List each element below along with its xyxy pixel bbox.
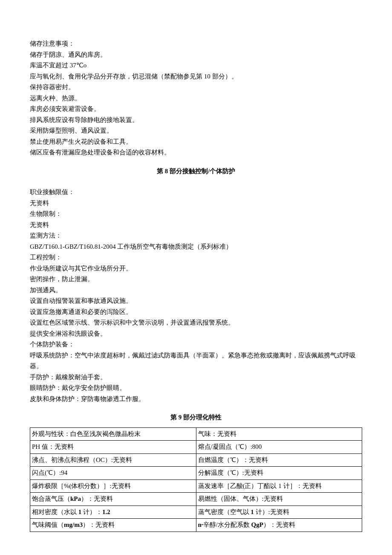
storage-line-3: 应与氧化剂、食用化学品分开存放，切忌混储（禁配物参见第 10 部分）。 [30, 71, 362, 82]
cell-relative-density: 相对密度（水以 1 计）：1.2 [30, 506, 196, 519]
text: :94 [59, 469, 67, 476]
storage-line-7: 排风系统应设有导除静电的接地装置。 [30, 115, 362, 126]
s8-line-6: GBZ/T160.1-GBZ/T160.81-2004 工作场所空气有毒物质测定… [30, 241, 362, 253]
cell-vapor-density: 蒸气密度（空气以 1 计）:无资料 [196, 506, 362, 519]
cell-ph: PH 值：无资料 [30, 441, 196, 454]
text: 1 [251, 509, 254, 515]
storage-heading: 储存注意事项： [30, 38, 362, 49]
text: 熔点/凝固点（℃） [198, 443, 251, 450]
cell-melting-point: 熔点/凝固点（℃）:800 [196, 441, 362, 454]
text: 值：无资料 [40, 443, 74, 450]
storage-line-2: 库温不宜超过 37℃o [30, 60, 362, 71]
cell-partition-coeff: n·辛醇/水分配系数 QgP）：无资料 [196, 519, 362, 532]
text: 应与氧化剂、食用化学品分开存放，切忌混储（禁配物参见第 [30, 73, 204, 80]
s8-line-1: 职业接触限值： [30, 187, 362, 198]
text: 库温不宜超过 [30, 62, 70, 69]
text: 部分理化特性 [182, 414, 222, 421]
text: 沸点、初沸点和沸程（ [32, 456, 96, 463]
storage-line-8: 采用防爆型照明、通风设置。 [30, 125, 362, 137]
text: :800 [251, 443, 262, 450]
text: ）:无资料 [105, 456, 132, 463]
section-9-title: 第 9 部分理化特性 [30, 412, 362, 423]
text: PH [32, 443, 40, 450]
s8-line-4: 无资料 [30, 220, 362, 231]
text: 计）： [81, 509, 102, 515]
s8-line-5: 监测方法： [30, 230, 362, 241]
text: 饱合蒸气压（ [32, 495, 70, 502]
s8-line-17: 手防护：戴橡胶耐油手套。 [30, 372, 362, 383]
text: GBZ/T160.1-GBZ/T160.81-2004 [30, 243, 116, 250]
table-row: 饱合蒸气压（kPa）：无资料 易燃性（固体、气体）:无资料 [30, 493, 362, 506]
text: mg/m3 [64, 521, 83, 528]
text: 37℃o [70, 62, 87, 69]
storage-line-6: 库房必须安装避雷设备。 [30, 104, 362, 115]
spacer [30, 181, 362, 187]
section-8-title: 第 8 部分接触控制/个体防护 [30, 166, 362, 177]
storage-line-1: 储存于阴凉、通风的库房。 [30, 49, 362, 61]
s8-line-2: 无资料 [30, 198, 362, 209]
storage-line-9: 禁止使用易产生火花的设备和工具。 [30, 137, 362, 148]
cell-appearance: 外观与性状：白色至浅灰褐色微晶粉末 [30, 427, 196, 441]
text: 闪点(℃） [32, 469, 59, 476]
s8-line-9: 密闭操作，防止泄漏。 [30, 274, 362, 285]
cell-odor-threshold: 气味阈值（mg/m3）：无资料 [30, 519, 196, 532]
storage-line-10: 储区应备有泄漏应急处理设备和合适的收容材料。 [30, 147, 362, 158]
s8-line-13: 设置红色区域警示线、警示标识和中文警示说明，并设置通讯报警系统。 [30, 317, 362, 328]
text: 工作场所空气有毒物质测定（系列标准） [116, 243, 233, 250]
text: QgP [251, 521, 263, 528]
text: 第 [170, 414, 179, 421]
cell-boiling-point: 沸点、初沸点和沸程（OC）:无资料 [30, 453, 196, 467]
text: 1.2 [102, 509, 110, 515]
text: OC [96, 456, 105, 463]
text: 部分接触控制/个体防护 [168, 168, 235, 174]
text: n· [198, 521, 203, 528]
text: 爆炸极限［ [32, 482, 64, 489]
table-row: PH 值：无资料 熔点/凝固点（℃）:800 [30, 441, 362, 454]
table-row: 相对密度（水以 1 计）：1.2 蒸气密度（空气以 1 计）:无资料 [30, 506, 362, 519]
text: 部分）。 [210, 73, 238, 80]
s8-line-8: 作业场所建议与其它作业场所分开。 [30, 263, 362, 274]
s8-line-18: 眼睛防护：戴化学安全防护眼睛。 [30, 383, 362, 394]
properties-table: 外观与性状：白色至浅灰褐色微晶粉末 气味：无资料 PH 值：无资料 熔点/凝固点… [30, 427, 362, 532]
cell-autoignition: 自燃温度（℃）：无资料 [196, 453, 362, 467]
cell-vapor-pressure: 饱合蒸气压（kPa）：无资料 [30, 493, 196, 506]
table-row: 爆炸极限［%(体积分数）］:无资料 蒸发速率［乙酸(正）丁酯以 1 计］：无资料 [30, 479, 362, 493]
text: % [64, 482, 69, 489]
text: ）：无资料 [263, 521, 295, 528]
s8-line-7: 工程控制： [30, 252, 362, 263]
s8-line-3: 生物限制： [30, 209, 362, 220]
text: ）：无资料 [81, 495, 113, 502]
text: 计）:无资料 [254, 509, 289, 515]
s8-line-11: 设置自动报警装置和事故通风设施。 [30, 296, 362, 307]
text: 1 [278, 482, 282, 489]
cell-odor: 气味：无资料 [196, 427, 362, 441]
s8-line-10: 加强通风。 [30, 285, 362, 296]
table-row: 闪点(℃）:94 分解温度（℃）:无资料 [30, 467, 362, 480]
text: 蒸发速率［乙酸(正）丁酯以 [198, 482, 279, 489]
s8-line-15: 个体防护装备： [30, 339, 362, 350]
cell-explosive-limit: 爆炸极限［%(体积分数）］:无资料 [30, 479, 196, 493]
storage-line-5: 远离火种、热源。 [30, 93, 362, 104]
cell-evap-rate: 蒸发速率［乙酸(正）丁酯以 1 计］：无资料 [196, 479, 362, 493]
text: 相对密度（水以 [32, 509, 78, 515]
s8-line-12: 设置应急撤离通道和必要的泻险区。 [30, 307, 362, 318]
table-row: 外观与性状：白色至浅灰褐色微晶粉末 气味：无资料 [30, 427, 362, 441]
text: 第 [157, 168, 165, 174]
text: 蒸气密度（空气以 [198, 509, 251, 515]
cell-flammability: 易燃性（固体、气体）:无资料 [196, 493, 362, 506]
text: 10 [204, 73, 210, 80]
text: ）：无资料 [83, 521, 115, 528]
cell-decomp-temp: 分解温度（℃）:无资料 [196, 467, 362, 480]
table-row: 沸点、初沸点和沸程（OC）:无资料 自燃温度（℃）：无资料 [30, 453, 362, 467]
table-row: 气味阈值（mg/m3）：无资料 n·辛醇/水分配系数 QgP）：无资料 [30, 519, 362, 532]
text: 计］：无资料 [282, 482, 322, 489]
s8-line-19: 皮肤和身体防护：穿防毒物渗透工作服。 [30, 394, 362, 405]
text: 气味阈值（ [32, 521, 64, 528]
s8-line-14: 提供安全淋浴和洗眼设备。 [30, 328, 362, 340]
storage-line-4: 保持容器密封。 [30, 82, 362, 93]
cell-flash-point: 闪点(℃）:94 [30, 467, 196, 480]
text: (体积分数）］:无资料 [69, 482, 131, 489]
text: 辛醇/水分配系数 [203, 521, 251, 528]
text: kPa [70, 495, 81, 502]
s8-line-16: 呼吸系统防护：空气中浓度超标时，佩戴过滤式防毒面具（半面罩）。紧急事态抢救或撤离… [30, 350, 362, 372]
